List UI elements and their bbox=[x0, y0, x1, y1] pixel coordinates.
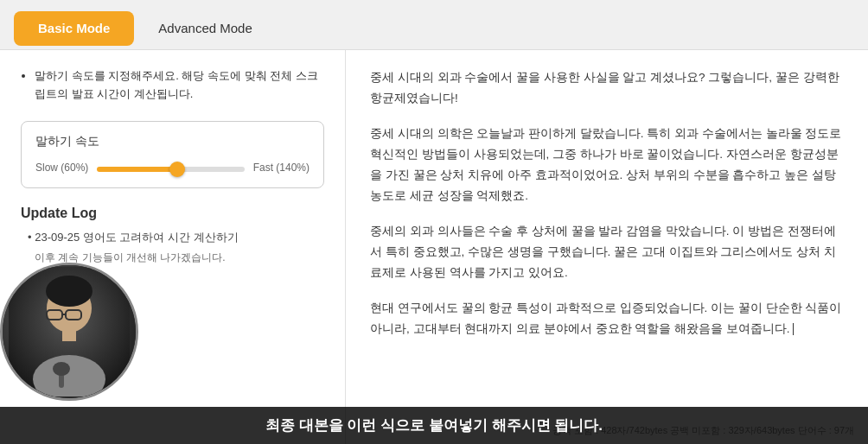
update-log-title: Update Log bbox=[21, 206, 324, 221]
slider-wrapper bbox=[97, 160, 244, 175]
right-panel[interactable]: 중세 시대의 외과 수술에서 꿀을 사용한 사실을 알고 계셨나요? 그렇습니다… bbox=[346, 50, 868, 444]
tab-advanced[interactable]: Advanced Mode bbox=[134, 11, 276, 46]
speed-label: 말하기 속도 bbox=[35, 134, 310, 149]
article-para-2: 중세 시대의 의학은 오늘날과 판이하게 달랐습니다. 특히 외과 수술에서는 … bbox=[370, 124, 844, 207]
person-svg bbox=[9, 267, 130, 396]
article-para-3: 중세의 외과 의사들은 수술 후 상처에 꿀을 발라 감염을 막았습니다. 이 … bbox=[370, 221, 844, 284]
svg-point-2 bbox=[46, 276, 93, 307]
update-log: Update Log 23-09-25 영어도 고려하여 시간 계산하기 이후 … bbox=[21, 206, 324, 265]
description-text: 말하기 속도를 지정해주세요. 해당 속도에 맞춰 전체 스크립트의 발표 시간… bbox=[35, 67, 324, 104]
article-para-1: 중세 시대의 외과 수술에서 꿀을 사용한 사실을 알고 계셨나요? 그렇습니다… bbox=[370, 67, 844, 110]
subtitle-bar: 최종 대본을 이런 식으로 붙여넣기 해주시면 됩니다. bbox=[0, 407, 868, 444]
speed-min: Slow (60%) bbox=[35, 162, 88, 174]
webcam-overlay bbox=[0, 263, 138, 401]
speed-box: 말하기 속도 Slow (60%) Fast (140%) bbox=[21, 121, 324, 188]
article-text: 중세 시대의 외과 수술에서 꿀을 사용한 사실을 알고 계셨나요? 그렇습니다… bbox=[370, 67, 844, 339]
text-cursor bbox=[793, 323, 794, 335]
tab-bar: Basic Mode Advanced Mode bbox=[0, 0, 868, 50]
svg-point-9 bbox=[53, 362, 70, 376]
article-para-4: 현대 연구에서도 꿀의 항균 특성이 과학적으로 입증되었습니다. 이는 꿀이 … bbox=[370, 298, 844, 340]
speed-slider[interactable] bbox=[97, 167, 244, 172]
update-log-item-1: 23-09-25 영어도 고려하여 시간 계산하기 bbox=[21, 230, 324, 245]
webcam-inner bbox=[3, 265, 136, 398]
speed-description: 말하기 속도를 지정해주세요. 해당 속도에 맞춰 전체 스크립트의 발표 시간… bbox=[21, 67, 324, 104]
svg-rect-7 bbox=[62, 329, 76, 341]
speed-max: Fast (140%) bbox=[253, 162, 310, 174]
speed-row: Slow (60%) Fast (140%) bbox=[35, 160, 310, 175]
tab-basic[interactable]: Basic Mode bbox=[14, 11, 134, 46]
subtitle-text: 최종 대본을 이런 식으로 붙여넣기 해주시면 됩니다. bbox=[265, 417, 603, 434]
